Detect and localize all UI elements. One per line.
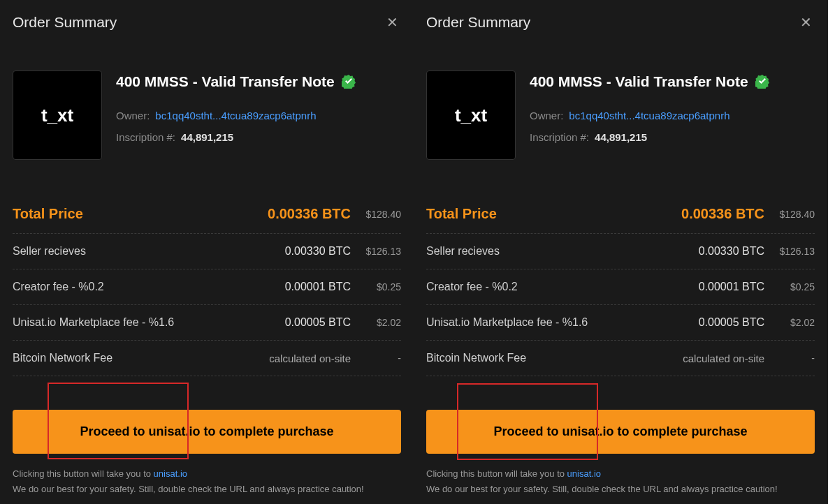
total-price-btc: 0.00336 BTC	[681, 206, 764, 222]
network-fee-label: Bitcoin Network Fee	[426, 352, 683, 364]
order-summary-panel-right: Order Summary ✕ t_xt 400 MMSS - Valid Tr…	[414, 0, 827, 504]
footer-prefix: Clicking this button will take you to	[13, 468, 154, 479]
verified-badge-icon	[755, 75, 769, 89]
seller-receives-row: Seller recieves 0.00330 BTC $126.13	[13, 234, 401, 269]
footer-prefix: Clicking this button will take you to	[426, 468, 567, 479]
footer-warning: Clicking this button will take you to un…	[426, 466, 815, 497]
panel-title: Order Summary	[13, 14, 117, 31]
inscription-label: Inscription #:	[116, 131, 175, 143]
seller-receives-label: Seller recieves	[426, 245, 699, 258]
creator-fee-row: Creator fee - %0.2 0.00001 BTC $0.25	[13, 269, 401, 305]
close-icon: ✕	[386, 15, 398, 30]
total-price-label: Total Price	[13, 206, 268, 222]
inscription-number: 44,891,215	[595, 131, 647, 143]
owner-row: Owner: bc1qq40stht...4tcua89zacp6atpnrh	[530, 110, 815, 121]
marketplace-fee-label: Unisat.io Marketplace fee - %1.6	[426, 316, 699, 329]
creator-fee-btc: 0.00001 BTC	[699, 281, 764, 293]
network-fee-usd: -	[365, 353, 401, 364]
inscription-number: 44,891,215	[181, 131, 233, 143]
item-title: 400 MMSS - Valid Transfer Note	[530, 73, 748, 90]
seller-receives-label: Seller recieves	[13, 245, 285, 258]
owner-label: Owner:	[530, 110, 563, 121]
order-summary-panel-left: Order Summary ✕ t_xt 400 MMSS - Valid Tr…	[0, 0, 414, 504]
panel-title: Order Summary	[426, 14, 530, 31]
item-title-row: 400 MMSS - Valid Transfer Note	[530, 73, 815, 90]
item-row: t_xt 400 MMSS - Valid Transfer Note Owne…	[426, 71, 815, 160]
marketplace-fee-usd: $2.02	[778, 317, 815, 328]
seller-receives-btc: 0.00330 BTC	[699, 245, 764, 258]
total-price-btc: 0.00336 BTC	[268, 206, 351, 222]
network-fee-row: Bitcoin Network Fee calculated on-site -	[426, 341, 815, 376]
proceed-button[interactable]: Proceed to unisat.io to complete purchas…	[13, 410, 401, 454]
inscription-row: Inscription #: 44,891,215	[530, 131, 815, 143]
marketplace-fee-usd: $2.02	[365, 317, 401, 328]
owner-address-link[interactable]: bc1qq40stht...4tcua89zacp6atpnrh	[155, 110, 316, 121]
item-thumbnail: t_xt	[426, 71, 516, 160]
inscription-row: Inscription #: 44,891,215	[116, 131, 401, 143]
total-price-row: Total Price 0.00336 BTC $128.40	[426, 195, 815, 234]
panel-header: Order Summary ✕	[13, 13, 401, 32]
marketplace-fee-btc: 0.00005 BTC	[285, 316, 351, 329]
item-info: 400 MMSS - Valid Transfer Note Owner: bc…	[116, 71, 401, 160]
network-fee-btc: calculated on-site	[683, 353, 764, 364]
close-icon: ✕	[800, 15, 812, 30]
panel-header: Order Summary ✕	[426, 13, 815, 32]
network-fee-btc: calculated on-site	[269, 353, 351, 364]
seller-receives-usd: $126.13	[365, 246, 401, 257]
proceed-button[interactable]: Proceed to unisat.io to complete purchas…	[426, 410, 815, 454]
creator-fee-usd: $0.25	[365, 281, 401, 292]
price-section: Total Price 0.00336 BTC $128.40 Seller r…	[13, 195, 401, 376]
owner-label: Owner:	[116, 110, 150, 121]
network-fee-usd: -	[778, 353, 815, 364]
footer-warning: Clicking this button will take you to un…	[13, 466, 401, 497]
footer-link[interactable]: unisat.io	[567, 468, 601, 479]
verified-badge-icon	[342, 75, 356, 89]
item-title-row: 400 MMSS - Valid Transfer Note	[116, 73, 401, 90]
close-button[interactable]: ✕	[797, 13, 815, 32]
owner-address-link[interactable]: bc1qq40stht...4tcua89zacp6atpnrh	[569, 110, 729, 121]
total-price-usd: $128.40	[365, 209, 401, 220]
total-price-usd: $128.40	[778, 209, 815, 220]
footer-link[interactable]: unisat.io	[154, 468, 187, 479]
item-title: 400 MMSS - Valid Transfer Note	[116, 73, 335, 90]
creator-fee-usd: $0.25	[778, 281, 815, 292]
network-fee-row: Bitcoin Network Fee calculated on-site -	[13, 341, 401, 376]
seller-receives-row: Seller recieves 0.00330 BTC $126.13	[426, 234, 815, 269]
total-price-row: Total Price 0.00336 BTC $128.40	[13, 195, 401, 234]
network-fee-label: Bitcoin Network Fee	[13, 352, 269, 364]
footer-caution: We do our best for your safety. Still, d…	[426, 484, 778, 494]
creator-fee-label: Creator fee - %0.2	[426, 281, 699, 293]
footer-caution: We do our best for your safety. Still, d…	[13, 484, 364, 494]
marketplace-fee-label: Unisat.io Marketplace fee - %1.6	[13, 316, 285, 329]
item-thumbnail: t_xt	[13, 71, 102, 160]
marketplace-fee-row: Unisat.io Marketplace fee - %1.6 0.00005…	[426, 305, 815, 341]
marketplace-fee-row: Unisat.io Marketplace fee - %1.6 0.00005…	[13, 305, 401, 341]
total-price-label: Total Price	[426, 206, 681, 222]
creator-fee-row: Creator fee - %0.2 0.00001 BTC $0.25	[426, 269, 815, 305]
item-info: 400 MMSS - Valid Transfer Note Owner: bc…	[530, 71, 815, 160]
inscription-label: Inscription #:	[530, 131, 589, 143]
seller-receives-usd: $126.13	[778, 246, 815, 257]
creator-fee-btc: 0.00001 BTC	[285, 281, 351, 293]
creator-fee-label: Creator fee - %0.2	[13, 281, 285, 293]
marketplace-fee-btc: 0.00005 BTC	[699, 316, 764, 329]
price-section: Total Price 0.00336 BTC $128.40 Seller r…	[426, 195, 815, 376]
owner-row: Owner: bc1qq40stht...4tcua89zacp6atpnrh	[116, 110, 401, 121]
item-row: t_xt 400 MMSS - Valid Transfer Note Owne…	[13, 71, 401, 160]
close-button[interactable]: ✕	[384, 13, 401, 32]
seller-receives-btc: 0.00330 BTC	[285, 245, 351, 258]
